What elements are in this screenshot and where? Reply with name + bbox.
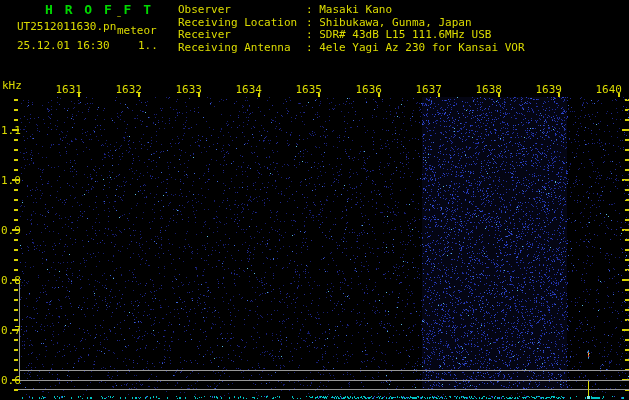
y-axis-unit: kHz [2, 79, 22, 92]
x-axis-label: 1634 [232, 83, 262, 96]
observer-value: : Masaki Kano [306, 3, 392, 16]
receiver-label: Receiver [178, 28, 231, 41]
spectrogram-canvas [0, 0, 629, 400]
observation-datetime: 25.12.01 16:30 [17, 39, 110, 52]
x-axis-label: 1640 [592, 83, 622, 96]
x-axis-label: 1636 [352, 83, 382, 96]
y-axis-label: 0.6 [1, 374, 25, 387]
x-axis-label: 1635 [292, 83, 322, 96]
y-axis-label: 0.8 [1, 274, 25, 287]
x-axis-label: 1639 [532, 83, 562, 96]
y-axis-label: 0.7 [1, 324, 25, 337]
x-axis-label: 1631 [52, 83, 82, 96]
x-axis-label: 1632 [112, 83, 142, 96]
observer-label: Observer [178, 3, 231, 16]
y-axis-label: 0.9 [1, 224, 25, 237]
image-filename: UT2512011630.pn [17, 20, 116, 33]
antenna-value: : 4ele Yagi Az 230 for Kansai VOR [306, 41, 525, 54]
receiver-value: : SDR# 43dB L15 111.6MHz USB [306, 28, 491, 41]
sequence-counter: 1.. [138, 39, 158, 52]
x-axis-label: 1637 [412, 83, 442, 96]
hrofft-screen: { "header": { "title": "H R O F F T", "f… [0, 0, 629, 400]
antenna-label: Receiving Antenna [178, 41, 291, 54]
x-axis-label: 1633 [172, 83, 202, 96]
y-axis-label: 1.1 [1, 124, 25, 137]
app-title: H R O F F T [45, 2, 153, 17]
x-axis-label: 1638 [472, 83, 502, 96]
y-axis-label: 1.0 [1, 174, 25, 187]
station-name: meteor [117, 24, 157, 37]
